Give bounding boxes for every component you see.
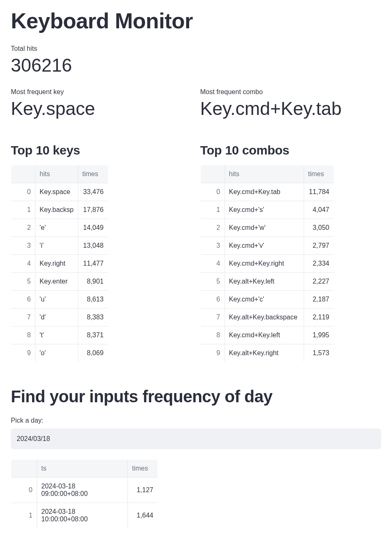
row-index: 2: [200, 219, 225, 237]
cell-hits: Key.alt+Key.right: [225, 344, 304, 362]
cell-times: 11,784: [304, 183, 334, 201]
cell-times: 1,995: [304, 326, 334, 344]
table-row: 7'd'8,383: [11, 309, 108, 326]
total-hits-metric: Total hits 306216: [11, 45, 381, 76]
row-index: 4: [11, 255, 35, 273]
cell-hits: 't': [35, 326, 78, 344]
cell-hits: Key.right: [35, 255, 78, 273]
cell-times: 2,334: [304, 255, 334, 273]
col-index: [200, 165, 225, 183]
cell-times: 8,069: [78, 344, 108, 362]
table-row: 8Key.cmd+Key.left1,995: [200, 326, 334, 344]
table-row: 6Key.cmd+'c'2,187: [200, 291, 334, 309]
col-times: times: [128, 460, 158, 478]
most-combo-label: Most frequent combo: [200, 88, 382, 96]
cell-times: 1,644: [128, 503, 158, 528]
cell-times: 1,573: [304, 344, 334, 362]
cell-times: 33,476: [78, 183, 108, 201]
page-title: Keyboard Monitor: [11, 8, 381, 33]
cell-hits: Key.space: [35, 183, 78, 201]
frequency-table: ts times 02024-03-18 09:00:00+08:001,127…: [11, 459, 158, 528]
table-row: 3Key.cmd+'v'2,797: [200, 237, 334, 255]
cell-hits: Key.enter: [35, 273, 78, 291]
cell-times: 13,048: [78, 237, 108, 255]
cell-hits: Key.backsp: [35, 201, 78, 219]
row-index: 9: [11, 344, 35, 362]
col-times: times: [304, 165, 334, 183]
cell-times: 4,047: [304, 201, 334, 219]
most-key-label: Most frequent key: [11, 88, 192, 96]
col-times: times: [78, 165, 108, 183]
row-index: 6: [200, 291, 225, 309]
table-row: 0Key.cmd+Key.tab11,784: [200, 183, 334, 201]
row-index: 5: [11, 273, 35, 291]
table-row: 4Key.cmd+Key.right2,334: [200, 255, 334, 273]
cell-hits: Key.alt+Key.backspace: [225, 309, 304, 326]
cell-times: 8,613: [78, 291, 108, 309]
col-index: [11, 165, 35, 183]
most-frequent-key-metric: Most frequent key Key.space: [11, 88, 192, 132]
cell-hits: Key.alt+Key.left: [225, 273, 304, 291]
table-row: 9'o'8,069: [11, 344, 108, 362]
cell-hits: 'o': [35, 344, 78, 362]
row-index: 7: [11, 309, 35, 326]
cell-hits: Key.cmd+Key.right: [225, 255, 304, 273]
cell-hits: Key.cmd+Key.tab: [225, 183, 304, 201]
cell-times: 2,797: [304, 237, 334, 255]
cell-hits: Key.cmd+'c': [225, 291, 304, 309]
row-index: 1: [11, 503, 37, 528]
row-index: 3: [11, 237, 35, 255]
total-hits-label: Total hits: [11, 45, 381, 52]
cell-times: 17,876: [78, 201, 108, 219]
row-index: 4: [200, 255, 225, 273]
table-row: 02024-03-18 09:00:00+08:001,127: [11, 478, 158, 503]
row-index: 0: [11, 183, 35, 201]
row-index: 0: [11, 478, 37, 503]
top-combos-table: hits times 0Key.cmd+Key.tab11,7841Key.cm…: [200, 165, 334, 362]
cell-hits: Key.cmd+Key.left: [225, 326, 304, 344]
pick-day-label: Pick a day:: [11, 417, 381, 424]
col-ts: ts: [37, 460, 128, 478]
top-combos-heading: Top 10 combos: [200, 143, 382, 157]
table-row: 12024-03-18 10:00:00+08:001,644: [11, 503, 158, 528]
row-index: 9: [200, 344, 225, 362]
row-index: 7: [200, 309, 225, 326]
table-row: 7Key.alt+Key.backspace2,119: [200, 309, 334, 326]
row-index: 3: [200, 237, 225, 255]
row-index: 1: [11, 201, 35, 219]
row-index: 5: [200, 273, 225, 291]
cell-times: 3,050: [304, 219, 334, 237]
most-frequent-combo-metric: Most frequent combo Key.cmd+Key.tab: [200, 88, 382, 132]
table-row: 2'e'14,049: [11, 219, 108, 237]
frequency-heading: Find your inputs frequency of day: [11, 387, 381, 406]
total-hits-value: 306216: [11, 55, 381, 76]
col-index: [11, 460, 37, 478]
date-input[interactable]: [11, 428, 381, 449]
cell-hits: Key.cmd+'s': [225, 201, 304, 219]
cell-times: 1,127: [128, 478, 158, 503]
cell-times: 2,119: [304, 309, 334, 326]
cell-hits: 'd': [35, 309, 78, 326]
table-row: 8't'8,371: [11, 326, 108, 344]
col-hits: hits: [35, 165, 78, 183]
row-index: 0: [200, 183, 225, 201]
col-hits: hits: [225, 165, 304, 183]
cell-hits: 'i': [35, 237, 78, 255]
cell-times: 2,187: [304, 291, 334, 309]
cell-times: 8,901: [78, 273, 108, 291]
table-row: 9Key.alt+Key.right1,573: [200, 344, 334, 362]
cell-times: 11,477: [78, 255, 108, 273]
cell-hits: Key.cmd+'v': [225, 237, 304, 255]
table-row: 1Key.backsp17,876: [11, 201, 108, 219]
cell-times: 8,383: [78, 309, 108, 326]
table-row: 6'u'8,613: [11, 291, 108, 309]
cell-hits: 'u': [35, 291, 78, 309]
row-index: 2: [11, 219, 35, 237]
row-index: 1: [200, 201, 225, 219]
table-row: 1Key.cmd+'s'4,047: [200, 201, 334, 219]
cell-times: 8,371: [78, 326, 108, 344]
most-key-value: Key.space: [11, 98, 192, 119]
cell-ts: 2024-03-18 10:00:00+08:00: [37, 503, 128, 528]
row-index: 6: [11, 291, 35, 309]
row-index: 8: [11, 326, 35, 344]
